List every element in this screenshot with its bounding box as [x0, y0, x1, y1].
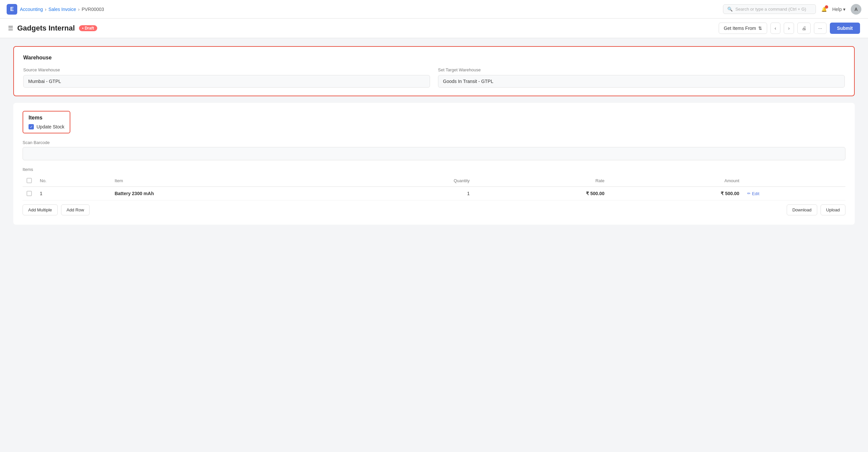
source-warehouse-value[interactable]: Mumbai - GTPL	[23, 75, 430, 88]
items-section-title: Items	[29, 115, 64, 121]
update-stock-checkbox[interactable]: Update Stock	[29, 124, 64, 129]
col-rate: Rate	[474, 175, 609, 187]
help-label: Help	[832, 7, 842, 12]
print-button[interactable]: 🖨	[797, 23, 811, 34]
source-warehouse-field: Source Warehouse Mumbai - GTPL	[23, 67, 430, 88]
search-bar[interactable]: 🔍 Search or type a command (Ctrl + G)	[723, 4, 816, 14]
notification-badge	[825, 5, 828, 9]
main-content: Warehouse Source Warehouse Mumbai - GTPL…	[0, 38, 868, 239]
page-header-right: Get Items From ⇅ ‹ › 🖨 ··· Submit	[719, 23, 860, 34]
scan-barcode-field: Scan Barcode	[23, 140, 845, 167]
table-row: 1 Battery 2300 mAh 1 ₹ 500.00 ₹ 500.00 ✏…	[23, 187, 845, 201]
page-header-left: ☰ Gadgets Internal • Draft	[8, 24, 97, 32]
breadcrumb-accounting[interactable]: Accounting	[20, 7, 43, 12]
submit-button[interactable]: Submit	[830, 23, 860, 34]
bell-button[interactable]: 🔔	[821, 7, 827, 12]
breadcrumb-sep2: ›	[78, 7, 80, 12]
more-options-button[interactable]: ···	[814, 23, 827, 34]
get-items-label: Get Items From	[724, 26, 756, 31]
get-items-from-button[interactable]: Get Items From ⇅	[719, 23, 767, 34]
cell-no: 1	[36, 187, 111, 201]
cell-amount: ₹ 500.00	[609, 187, 743, 201]
source-warehouse-label: Source Warehouse	[23, 67, 430, 72]
warehouse-section-title: Warehouse	[23, 55, 845, 61]
select-all-checkbox[interactable]	[27, 178, 32, 183]
upload-button[interactable]: Upload	[820, 205, 845, 215]
prev-button[interactable]: ‹	[770, 23, 781, 34]
draft-badge: • Draft	[79, 25, 98, 31]
target-warehouse-value[interactable]: Goods In Transit - GTPL	[438, 75, 845, 88]
page-title: Gadgets Internal	[17, 24, 75, 32]
search-icon: 🔍	[727, 7, 733, 11]
add-row-button[interactable]: Add Row	[61, 205, 90, 215]
app-icon[interactable]: E	[7, 4, 17, 14]
breadcrumb-sep1: ›	[45, 7, 46, 12]
cell-item: Battery 2300 mAh	[111, 187, 351, 201]
cell-quantity: 1	[351, 187, 474, 201]
add-multiple-button[interactable]: Add Multiple	[23, 205, 58, 215]
table-actions: Add Multiple Add Row Download Upload	[23, 201, 845, 217]
hamburger-menu[interactable]: ☰	[8, 25, 13, 32]
top-nav: E Accounting › Sales Invoice › PVR00003 …	[0, 0, 868, 19]
items-table-label: Items	[23, 167, 845, 172]
items-section: Items Update Stock Scan Barcode Items No…	[13, 103, 855, 225]
nav-left: E Accounting › Sales Invoice › PVR00003	[7, 4, 104, 14]
page-header: ☰ Gadgets Internal • Draft Get Items Fro…	[0, 19, 868, 38]
edit-label: Edit	[752, 191, 759, 196]
col-no: No.	[36, 175, 111, 187]
update-stock-label: Update Stock	[36, 124, 64, 129]
warehouse-section: Warehouse Source Warehouse Mumbai - GTPL…	[13, 46, 855, 96]
update-stock-check-icon	[29, 124, 34, 129]
target-warehouse-field: Set Target Warehouse Goods In Transit - …	[438, 67, 845, 88]
download-button[interactable]: Download	[787, 205, 817, 215]
breadcrumb-current: PVR00003	[82, 7, 104, 12]
scan-barcode-input[interactable]	[23, 147, 845, 160]
breadcrumb: Accounting › Sales Invoice › PVR00003	[20, 7, 104, 12]
col-amount: Amount	[609, 175, 743, 187]
next-button[interactable]: ›	[784, 23, 794, 34]
nav-right: 🔍 Search or type a command (Ctrl + G) 🔔 …	[723, 4, 861, 14]
row-checkbox[interactable]	[27, 191, 32, 196]
col-quantity: Quantity	[351, 175, 474, 187]
cell-rate: ₹ 500.00	[474, 187, 609, 201]
items-table: No. Item Quantity Rate Amount 1 Battery …	[23, 175, 845, 201]
edit-button[interactable]: ✏ Edit	[747, 191, 841, 196]
pencil-icon: ✏	[747, 191, 750, 196]
col-item: Item	[111, 175, 351, 187]
warehouse-grid: Source Warehouse Mumbai - GTPL Set Targe…	[23, 67, 845, 88]
scan-barcode-label: Scan Barcode	[23, 140, 845, 145]
get-items-chevron-icon: ⇅	[758, 26, 762, 31]
table-actions-left: Add Multiple Add Row	[23, 205, 90, 215]
help-chevron-icon: ▾	[843, 7, 845, 12]
help-button[interactable]: Help ▾	[832, 7, 845, 12]
breadcrumb-sales-invoice[interactable]: Sales Invoice	[49, 7, 76, 12]
target-warehouse-label: Set Target Warehouse	[438, 67, 845, 72]
search-placeholder: Search or type a command (Ctrl + G)	[735, 7, 806, 11]
table-actions-right: Download Upload	[787, 205, 845, 215]
avatar[interactable]: A	[851, 4, 861, 14]
